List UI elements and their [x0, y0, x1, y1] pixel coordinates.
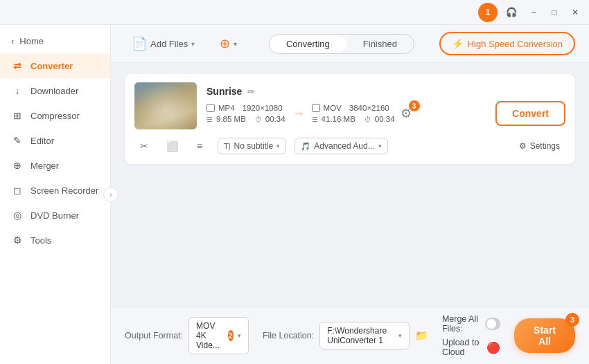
source-duration: 00:34: [265, 115, 285, 123]
duration-icon: ⏱: [255, 116, 262, 123]
file-location-chevron: ▾: [398, 332, 402, 339]
file-area: Sunrise ✏ MP4 1920×1080: [111, 63, 589, 307]
add-files-button[interactable]: 📄 Add Files ▾: [125, 32, 202, 55]
titlebar-icons: 1 🎧 − □ ✕: [478, 3, 583, 22]
source-format-item: MP4 1920×1080: [206, 104, 285, 112]
file-gear-button[interactable]: ⚙ 3: [395, 106, 417, 121]
high-speed-label: High Speed Conversion: [468, 39, 563, 49]
sidebar-label-screen-recorder: Screen Recorder: [30, 185, 98, 196]
target-resolution: 3840×2160: [349, 104, 389, 112]
source-meta-item: ☰ 9.85 MB ⏱ 00:34: [206, 115, 285, 123]
cloud-icon[interactable]: 🔴: [486, 341, 500, 354]
source-format-label: MP4: [218, 104, 235, 112]
cut-tool-button[interactable]: ✂: [134, 136, 154, 156]
sidebar-label-editor: Editor: [30, 136, 54, 146]
sidebar-label-dvd-burner: DVD Burner: [30, 210, 79, 221]
sidebar-item-tools[interactable]: ⚙ Tools: [0, 228, 110, 253]
file-title-row: Sunrise ✏: [206, 86, 565, 97]
add-files-label: Add Files: [150, 39, 188, 49]
sidebar-label-converter: Converter: [30, 61, 73, 71]
sidebar-item-compressor[interactable]: ⊞ Compressor: [0, 103, 110, 128]
target-format-group: MOV 3840×2160 ☰ 41.16 MB ⏱ 00:34: [312, 104, 395, 123]
sidebar-label-tools: Tools: [30, 235, 51, 246]
merge-toggle[interactable]: [485, 318, 500, 330]
sidebar-item-editor[interactable]: ✎ Editor: [0, 128, 110, 153]
merge-label: Merge All Files:: [442, 314, 480, 334]
titlebar: 1 🎧 − □ ✕: [0, 0, 589, 25]
sidebar-label-merger: Merger: [30, 161, 59, 171]
settings-button[interactable]: ⚙ Settings: [513, 138, 565, 154]
screen-recorder-icon: ◻: [11, 184, 24, 197]
file-location-label: File Location:: [263, 331, 314, 340]
upload-cloud-row: Upload to Cloud 🔴: [442, 338, 500, 357]
file-location-value: F:\Wondershare UniConverter 1: [327, 326, 394, 345]
home-label: Home: [19, 36, 44, 46]
merger-icon: ⊕: [11, 159, 24, 172]
back-arrow-icon: ‹: [11, 36, 14, 46]
add-folder-button[interactable]: ⊕ ▾: [213, 32, 244, 55]
user-badge[interactable]: 1: [478, 3, 498, 22]
merge-upload-group: Merge All Files: Upload to Cloud 🔴: [442, 314, 500, 357]
tab-group: Converting Finished: [269, 34, 414, 54]
sidebar-item-downloader[interactable]: ↓ Downloader: [0, 78, 110, 103]
audio-select[interactable]: 🎵 Advanced Aud... ▾: [294, 138, 387, 154]
output-format-field: Output Format: MOV 4K Vide... 2 ▾: [125, 317, 249, 354]
sidebar-item-converter[interactable]: ⇄ Converter: [0, 53, 110, 78]
target-duration: 00:34: [375, 115, 395, 123]
sidebar-item-screen-recorder[interactable]: ◻ Screen Recorder: [0, 178, 110, 203]
main-content: 📄 Add Files ▾ ⊕ ▾ Converting Finished ⚡ …: [111, 25, 589, 364]
tools-icon: ⚙: [11, 234, 24, 246]
sidebar-item-merger[interactable]: ⊕ Merger: [0, 153, 110, 178]
output-format-value: MOV 4K Vide...: [196, 321, 225, 350]
headphone-icon[interactable]: 🎧: [502, 3, 521, 22]
editor-icon: ✎: [11, 134, 24, 147]
target-format-label: MOV: [324, 104, 342, 112]
subtitle-icon: T|: [224, 142, 231, 150]
settings-gear-icon: ⚙: [519, 141, 527, 151]
target-duration-icon: ⏱: [364, 116, 371, 123]
edit-title-icon[interactable]: ✏: [247, 87, 255, 97]
crop-tool-button[interactable]: ⬜: [162, 136, 182, 156]
subtitle-label: No subtitle: [234, 141, 274, 151]
target-meta-item: ☰ 41.16 MB ⏱ 00:34: [312, 115, 395, 123]
app-layout: ‹ Home ⇄ Converter ↓ Downloader ⊞ Compre…: [0, 25, 589, 364]
close-button[interactable]: ✕: [567, 4, 583, 21]
file-title: Sunrise: [206, 86, 242, 97]
output-format-badge: 2: [228, 330, 234, 341]
source-resolution: 1920×1080: [243, 104, 283, 112]
tab-finished[interactable]: Finished: [346, 35, 414, 53]
flash-icon: ⚡: [452, 38, 464, 49]
file-location-field: File Location: F:\Wondershare UniConvert…: [263, 322, 428, 349]
format-row: MP4 1920×1080 ☰ 9.85 MB ⏱ 00:34: [206, 101, 565, 126]
browse-folder-button[interactable]: 📁: [415, 327, 428, 345]
output-format-select[interactable]: MOV 4K Vide... 2 ▾: [188, 317, 249, 354]
sidebar-item-dvd-burner[interactable]: ◎ DVD Burner: [0, 203, 110, 228]
minimize-button[interactable]: −: [525, 4, 542, 21]
audio-label: Advanced Aud...: [314, 141, 374, 151]
add-folder-chevron: ▾: [234, 40, 237, 48]
output-format-label: Output Format:: [125, 331, 183, 340]
tab-converting[interactable]: Converting: [270, 35, 346, 53]
source-format-checkbox[interactable]: [206, 104, 215, 112]
target-format-checkbox[interactable]: [312, 104, 320, 112]
subtitle-select[interactable]: T| No subtitle ▾: [218, 138, 286, 154]
output-format-chevron: ▾: [238, 332, 241, 339]
start-all-container: Start All 3: [514, 318, 575, 353]
high-speed-button[interactable]: ⚡ High Speed Conversion: [439, 32, 575, 55]
file-location-select[interactable]: F:\Wondershare UniConverter 1 ▾: [319, 322, 410, 349]
sidebar-label-compressor: Compressor: [30, 111, 80, 121]
target-format-item: MOV 3840×2160: [312, 104, 395, 112]
dvd-burner-icon: ◎: [11, 209, 24, 221]
sidebar-back[interactable]: ‹ Home: [0, 32, 110, 51]
convert-button[interactable]: Convert: [495, 101, 565, 126]
sidebar-collapse-button[interactable]: ›: [103, 187, 118, 202]
settings-label: Settings: [530, 141, 560, 151]
audio-icon: 🎵: [301, 142, 310, 151]
effects-tool-button[interactable]: ≡: [190, 136, 209, 156]
file-card: Sunrise ✏ MP4 1920×1080: [125, 74, 575, 164]
maximize-button[interactable]: □: [546, 4, 563, 21]
add-folder-icon: ⊕: [220, 36, 230, 51]
source-format-group: MP4 1920×1080 ☰ 9.85 MB ⏱ 00:34: [206, 104, 285, 123]
gear-badge: 3: [409, 100, 420, 111]
top-toolbar: 📄 Add Files ▾ ⊕ ▾ Converting Finished ⚡ …: [111, 25, 589, 63]
